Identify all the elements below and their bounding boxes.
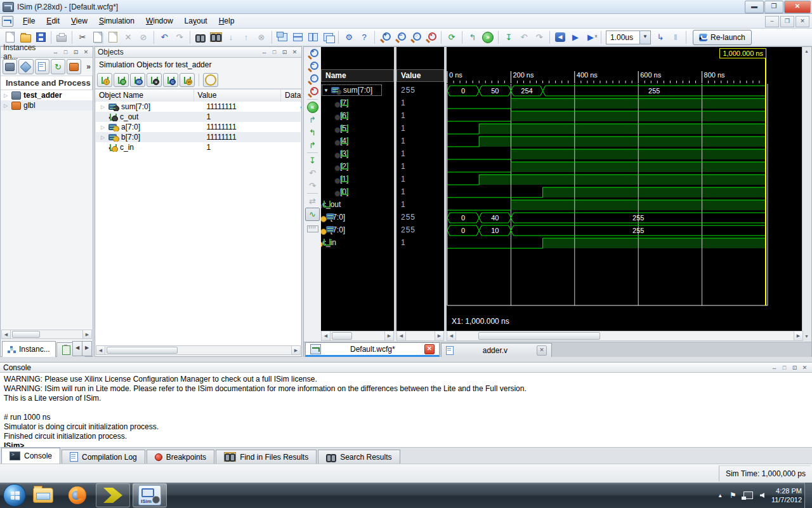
zoom-full-button[interactable]: ◌ [306,73,319,85]
start-button[interactable] [3,484,26,507]
wave-signal-value[interactable]: 1 [396,135,444,147]
expand-icon[interactable]: ▷ [100,124,106,130]
swap-sides-button[interactable]: ⇄ [306,195,319,207]
scroll-left-icon[interactable]: ◀ [322,331,331,340]
document-tab-defaultwcfg[interactable]: Default.wcfg*✕ [305,342,440,357]
scroll-left-icon[interactable]: ◀ [2,330,11,338]
dock-icon[interactable]: ⊡ [280,49,289,55]
scroll-down-icon[interactable]: ▼ [803,333,810,340]
zoom-in-button[interactable]: + [377,30,393,45]
wave-signal-value[interactable]: 1 [396,236,444,249]
instance-chip-button[interactable] [3,59,17,74]
expand-icon[interactable]: ▷ [100,104,106,110]
arrow-up-button[interactable]: ↑ [239,30,254,45]
tray-expand-icon[interactable]: ▲ [717,493,723,498]
instances-panel-titlebar[interactable]: Instances an... ↔□⊡✕ [1,47,93,58]
run-time-combobox[interactable]: 1.00us▼ [606,30,651,44]
no-entry-button[interactable]: ⊘ [136,30,151,45]
new-button[interactable] [3,30,18,45]
delete-button[interactable]: ✕ [121,30,136,45]
overflow-chevron[interactable]: » [86,62,91,71]
menu-simulation[interactable]: Simulation [94,15,140,27]
wave-signal-value[interactable]: 1 [396,198,444,211]
paste-button[interactable] [105,30,121,45]
step-button[interactable]: ↳ [653,30,668,45]
console-output[interactable]: WARNING: Please use Xilinx License Confi… [0,373,812,448]
volume-icon[interactable] [760,493,764,498]
child-restore-button[interactable]: ❐ [780,16,794,27]
print-button[interactable] [54,30,69,45]
wave-signal-name-row[interactable]: [6] [321,109,394,122]
object-row[interactable]: ▷▪a[7:0]11111111Array [96,122,301,132]
add-marker-button[interactable]: ↧ [306,154,319,166]
port-input-button[interactable]: I [97,73,112,87]
maximize-icon[interactable]: □ [62,49,70,55]
wave-signal-value[interactable]: 1 [396,173,444,185]
name-hscrollbar[interactable]: ◀▶ [321,331,394,341]
expand-icon[interactable]: ▷ [100,135,106,140]
combo-dropdown-icon[interactable]: ▼ [639,31,650,44]
cascade-windows-button[interactable] [320,30,336,45]
float-icon[interactable]: ↔ [260,49,268,55]
expand-icon[interactable]: ▷ [3,103,9,109]
cube-button[interactable] [18,59,33,74]
run-all-button[interactable]: ▶ [568,30,583,45]
next-transition-button[interactable]: ↱ [306,139,319,151]
arrow-down-button[interactable]: ↓ [223,30,239,45]
zoom-out-button[interactable]: − [393,30,408,45]
wave-signal-value[interactable]: 1 [396,97,444,109]
scroll-left-icon[interactable]: ◀ [96,346,105,354]
wave-signal-name-row[interactable]: [0] [321,185,394,198]
scroll-left-icon[interactable]: ◀ [397,331,406,340]
tab-close-icon[interactable]: ✕ [537,345,547,356]
snap-to-transition-button[interactable]: ∿ [305,208,320,221]
taskbar-firefox-button[interactable] [60,483,95,508]
instances-hscrollbar[interactable]: ◀ ▶ [1,330,92,339]
minimize-button[interactable]: ▬ [745,1,764,13]
expand-icon[interactable]: ▼ [323,88,329,93]
undo-button[interactable]: ↶ [157,30,172,45]
measure-ruler-button[interactable] [306,222,319,234]
menu-view[interactable]: View [66,15,93,27]
console-header[interactable]: Console ↔□⊡✕ [0,362,812,373]
taskbar-clock[interactable]: 4:28 PM 11/7/2012 [771,486,802,504]
close-button[interactable]: ✕ [784,1,811,13]
wave-signal-value[interactable]: 1 [396,147,444,160]
wave-signal-name-row[interactable]: [1] [321,173,394,185]
prev-marker-button[interactable]: ↶ [306,167,319,179]
panel-tab-console[interactable]: Console [1,448,60,464]
restart-button[interactable]: ↰ [465,30,480,45]
wave-signal-name-row[interactable]: [3] [321,147,394,160]
tab-close-icon[interactable]: ✕ [424,344,435,354]
port-output-button[interactable]: O [114,73,129,87]
zoom-full-button[interactable]: ◌ [408,30,423,45]
wave-signal-name-row[interactable]: [7] [321,97,394,109]
source-doc-button[interactable] [35,59,49,74]
float-icon[interactable]: ↔ [770,364,778,371]
scroll-right-icon[interactable]: ▶ [291,346,300,354]
wave-signal-name-row[interactable]: c_in [321,236,394,249]
menu-help[interactable]: Help [214,15,240,27]
port-inout-button[interactable]: IO [130,73,145,87]
instance-chip-orange-button[interactable] [67,59,81,74]
wave-signal-value[interactable]: 1 [396,185,444,198]
panel-tab-search-results[interactable]: Search Results [318,450,400,464]
column-header[interactable]: Object Name [95,90,194,102]
close-icon[interactable]: ✕ [82,49,90,55]
scroll-left-icon[interactable]: ◀ [447,331,456,340]
menu-layout[interactable]: Layout [180,15,213,27]
whats-this-button[interactable]: ? [357,30,372,45]
wave-signal-name-row[interactable]: c_out [321,198,394,211]
run-init-button[interactable]: ↧ [501,30,516,45]
goto-start-button[interactable]: « [306,101,319,113]
find-in-files-button[interactable] [208,30,223,45]
restore-button[interactable]: ❐ [764,1,783,13]
wave-signal-name-row[interactable]: [5] [321,122,394,135]
copy-button[interactable] [90,30,105,45]
taskbar-explorer-button[interactable] [26,483,60,508]
wave-signal-value[interactable]: 255 [396,224,444,236]
objects-panel-titlebar[interactable]: Objects ↔□⊡✕ [95,47,301,58]
wave-hscrollbar[interactable]: ◀▶ [447,331,803,341]
tab-scroll-right-icon[interactable]: ▶ [82,341,92,356]
close-icon[interactable]: ✕ [801,364,809,371]
